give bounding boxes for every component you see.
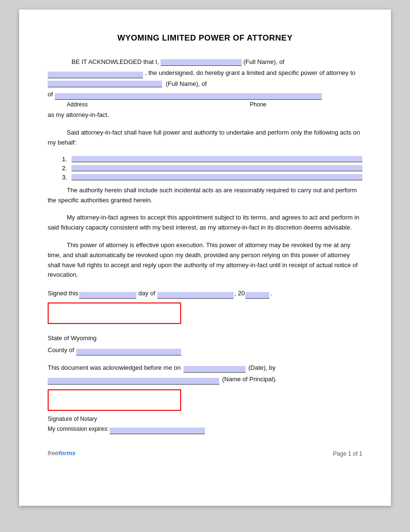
county-field[interactable] xyxy=(76,349,181,355)
commission-label: My commission expires: xyxy=(48,425,109,434)
attorney-name-field[interactable] xyxy=(48,81,162,87)
of-text: of xyxy=(48,90,53,100)
signed-this-text: Signed this xyxy=(48,289,78,299)
brand-forms: forms xyxy=(58,449,75,457)
para3-text: The authority herein shall include such … xyxy=(48,186,362,206)
year-prefix-text: , 20 xyxy=(235,289,245,299)
list-field-1[interactable] xyxy=(72,156,362,162)
commission-date-field[interactable] xyxy=(110,428,205,434)
state-label: State of Wyoming xyxy=(48,334,362,344)
document-page: WYOMING LIMITED POWER OF ATTORNEY BE IT … xyxy=(19,10,391,506)
para1-d-text: (Full Name), of xyxy=(166,80,207,87)
signed-section: Signed this day of , 20 . xyxy=(48,289,362,299)
signed-month-field[interactable] xyxy=(157,292,234,299)
list-item-1: 1. xyxy=(62,156,362,163)
para1-c-text: , the undersigned, do hereby grant a lim… xyxy=(145,68,356,78)
paragraph-3: The authority herein shall include such … xyxy=(48,186,362,206)
county-of-text: County of xyxy=(48,345,74,355)
period: . xyxy=(270,289,272,299)
phone-label: Phone xyxy=(250,100,266,109)
signed-year-field[interactable] xyxy=(246,292,269,299)
brand-free: free xyxy=(48,449,58,457)
para4-text: My attorney-in-fact agrees to accept thi… xyxy=(48,213,362,233)
list-item-2: 2. xyxy=(62,165,362,172)
list-num-3: 3. xyxy=(62,174,72,181)
date-label: (Date), by xyxy=(248,363,276,373)
paragraph-2: Said attorney-in-fact shall have full po… xyxy=(48,128,362,148)
document-title: WYOMING LIMITED POWER OF ATTORNEY xyxy=(48,33,362,43)
footer-brand: freeforms xyxy=(48,449,76,457)
para2-text: Said attorney-in-fact shall have full po… xyxy=(48,128,362,148)
para1-a-text: BE IT ACKNOWLEDGED that I, xyxy=(72,58,159,65)
sig-notary-label: Signature of Notary xyxy=(48,415,362,424)
attorney-in-fact-text: as my attorney-in-fact. xyxy=(48,110,362,120)
acts-list: 1. 2. 3. xyxy=(62,156,362,181)
address-field-1[interactable] xyxy=(48,72,143,78)
signed-day-field[interactable] xyxy=(79,292,136,299)
list-num-1: 1. xyxy=(62,156,72,163)
acknowledged-text: This document was acknowledged before me… xyxy=(48,363,181,373)
paragraph-5: This power of attorney is effective upon… xyxy=(48,240,362,280)
footer-page: Page 1 of 1 xyxy=(333,450,362,457)
list-field-3[interactable] xyxy=(72,174,362,180)
address-phone-field[interactable] xyxy=(55,93,322,100)
paragraph-1: BE IT ACKNOWLEDGED that I, (Full Name), … xyxy=(48,57,362,120)
day-of-text: day of xyxy=(138,289,155,299)
list-item-3: 3. xyxy=(62,174,362,181)
footer: freeforms Page 1 of 1 xyxy=(48,449,362,457)
acknowledged-section: This document was acknowledged before me… xyxy=(48,363,362,385)
paragraph-4: My attorney-in-fact agrees to accept thi… xyxy=(48,213,362,233)
full-name-field-1[interactable] xyxy=(161,59,242,66)
principal-name-field[interactable] xyxy=(48,378,219,385)
commission-section: My commission expires: xyxy=(48,425,362,434)
list-num-2: 2. xyxy=(62,165,72,172)
para1-b-text: (Full Name), of xyxy=(244,58,285,65)
notary-signature-box[interactable] xyxy=(48,389,181,411)
para5-text: This power of attorney is effective upon… xyxy=(48,240,362,280)
state-county-section: State of Wyoming County of xyxy=(48,334,362,355)
list-field-2[interactable] xyxy=(72,165,362,171)
address-label: Address xyxy=(67,100,88,109)
acknowledged-date-field[interactable] xyxy=(184,366,246,373)
principal-signature-box[interactable] xyxy=(48,303,181,324)
name-of-principal-text: (Name of Principal). xyxy=(222,375,277,385)
